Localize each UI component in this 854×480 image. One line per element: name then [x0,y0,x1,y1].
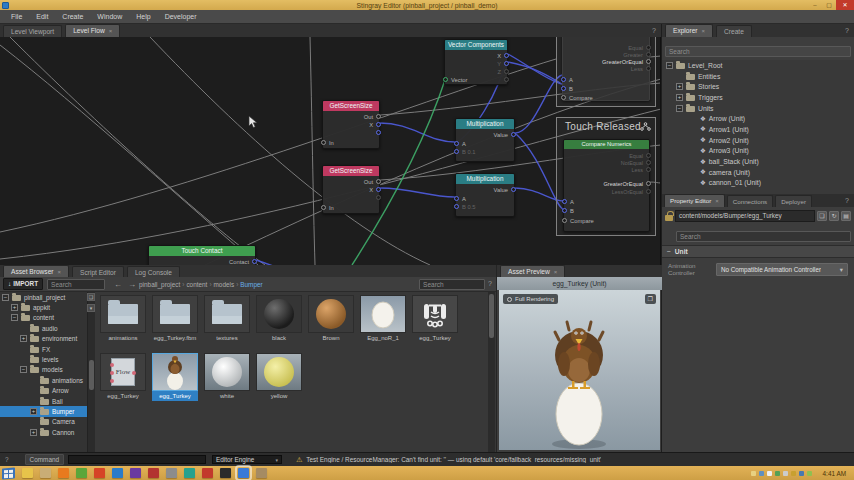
taskbar-app-icon[interactable] [58,468,69,478]
port-dot[interactable] [376,179,381,184]
close-icon[interactable]: × [109,28,113,34]
preview-viewport[interactable]: Full Rendering ❐ [499,290,660,450]
asset-brown-material[interactable]: Brown [308,295,354,343]
port-dot[interactable] [646,66,651,71]
collapse-icon[interactable]: − [11,314,18,321]
node-header[interactable]: Touch Contact [149,246,255,256]
asset-egg-turkey-unit[interactable]: egg_Turkey [412,295,458,343]
tree-item-units[interactable]: −Units [662,103,854,114]
import-button[interactable]: ↓IMPORT [3,278,43,290]
tray-icon[interactable] [807,471,812,476]
port-dot[interactable] [646,45,651,50]
port-vector-input[interactable]: Vector [445,76,507,84]
node-compare-numerics-top[interactable]: Equal Greater GreaterOrEqual Less A B Co… [562,37,650,101]
tray-icon[interactable] [767,471,772,476]
port-out-output[interactable]: Out [323,178,379,186]
wire-blue[interactable] [380,123,455,142]
tree-item-entities[interactable]: Entities [662,71,854,82]
expand-icon[interactable]: + [676,83,683,90]
port-b-input[interactable]: B [564,207,649,215]
taskbar-app-icon[interactable] [256,468,267,478]
tree-item-content[interactable]: −content [0,313,87,323]
port-dot[interactable] [562,218,567,223]
tab-explorer[interactable]: Explorer× [665,24,713,37]
asset-egg-turkey-fbm[interactable]: egg_Turkey.fbm [152,295,198,343]
tab-level-flow[interactable]: Level Flow× [65,24,120,37]
collapse-all-icon[interactable]: ❏ [87,293,95,301]
port-dot[interactable] [376,122,381,127]
menu-window[interactable]: Window [90,10,129,24]
port-dot[interactable] [376,130,381,135]
menu-developer[interactable]: Developer [158,10,204,24]
asset-white-material[interactable]: white [204,353,250,401]
tray-icon[interactable] [791,471,796,476]
asset-egg-turkey-flow[interactable]: Flow egg_Turkey [100,353,146,401]
unit-section-header[interactable]: −Unit [662,245,854,258]
collapse-icon[interactable]: − [666,62,673,69]
node-getscreensize-2[interactable]: GetScreenSize Out X In [322,165,380,214]
port-dot[interactable] [511,132,516,137]
port-dot[interactable] [454,196,459,201]
command-input[interactable] [68,455,206,464]
filter-icon[interactable]: ▾ [87,304,95,312]
tray-icon[interactable] [783,471,788,476]
port-y-output[interactable]: Y [445,60,507,68]
tree-scrollbar[interactable]: ❏ ▾ [88,292,95,452]
menu-create[interactable]: Create [55,10,90,24]
port-dot[interactable] [376,195,381,200]
port-x-output[interactable]: X [445,52,507,60]
tree-item-triggers[interactable]: +Triggers [662,92,854,103]
port-contact-output[interactable]: Contact [149,258,255,265]
tab-create[interactable]: Create [716,25,752,37]
tree-item-bumper[interactable]: +Bumper [0,406,87,416]
animation-controller-dropdown[interactable]: No Compatible Animation Controller ▾ [716,263,848,276]
asset-black-material[interactable]: black [256,295,302,343]
close-icon[interactable]: × [702,28,706,34]
taskbar-app-icon[interactable] [184,468,195,478]
tree-item-pinball-project[interactable]: −pinball_project [0,292,87,302]
port-dot[interactable] [504,77,509,82]
collapse-icon[interactable]: − [676,105,683,112]
wire[interactable] [310,37,315,265]
tree-item-models[interactable]: −models [0,365,87,375]
lock-icon[interactable] [665,215,673,221]
taskbar-app-icon[interactable] [202,468,213,478]
tree-item-arrow-folder[interactable]: Arrow [0,386,87,396]
port-dot[interactable] [511,187,516,192]
help-icon[interactable]: ? [845,195,849,207]
expand-icon[interactable]: + [30,429,37,436]
tree-item-arrow3[interactable]: ❖Arrow3 (Unit) [662,146,854,157]
port-dot[interactable] [454,204,459,209]
wire[interactable] [150,37,430,265]
asset-egg-mesh[interactable]: Egg_noR_1 [360,295,406,343]
tree-item-cannon[interactable]: ❖cannon_01 (Unit) [662,178,854,189]
port-dot[interactable] [376,187,381,192]
tree-item-cannon-folder[interactable]: +Cannon [0,427,87,437]
port-dot[interactable] [562,199,567,204]
tree-item-arrow2[interactable]: ❖Arrow2 (Unit) [662,135,854,146]
taskbar-app-icon[interactable] [40,468,51,478]
node-getscreensize-1[interactable]: GetScreenSize Out X In [322,100,380,149]
back-icon[interactable]: ← [111,280,125,289]
title-bar[interactable]: Stingray Editor (pinball_project / pinba… [0,0,854,10]
tree-item-audio[interactable]: audio [0,323,87,333]
port-dot[interactable] [561,95,566,100]
node-vector-components[interactable]: Vector Components X Y Z Vector [444,39,508,85]
collapse-icon[interactable]: − [667,248,671,255]
asset-egg-turkey-selected[interactable]: egg_Turkey [152,353,198,401]
taskbar-app-icon[interactable] [112,468,123,478]
collapse-icon[interactable]: − [2,294,9,301]
scrollbar-thumb[interactable] [489,294,494,338]
port-x-output[interactable]: X [323,186,379,194]
port-a-input[interactable]: A [456,140,514,148]
tree-item-environment[interactable]: +environment [0,334,87,344]
tab-deployer[interactable]: Deployer [775,195,812,207]
port-less-output[interactable]: Less [563,65,649,73]
breadcrumb-bumper[interactable]: Bumper [240,281,262,288]
port-dot[interactable] [646,189,651,194]
port-dot[interactable] [646,167,651,172]
wire-blue[interactable] [380,188,455,197]
copy-path-button[interactable]: ❏ [817,211,827,221]
tray-icon[interactable] [751,471,756,476]
close-icon[interactable]: × [554,269,558,275]
